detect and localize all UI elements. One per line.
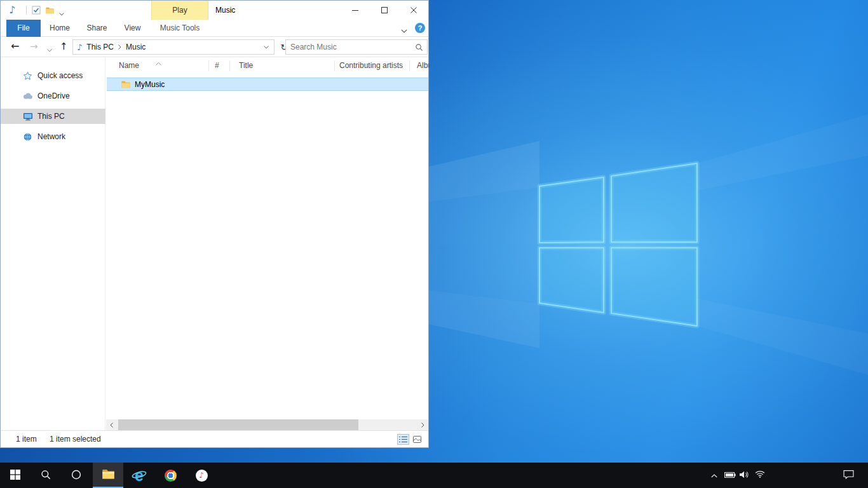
navigation-pane: Quick access OneDrive This PC xyxy=(1,57,105,430)
action-center-button[interactable] xyxy=(839,463,858,488)
chrome-icon xyxy=(165,470,177,482)
search-input[interactable] xyxy=(286,40,427,54)
maximize-button[interactable] xyxy=(370,1,399,20)
cortana-button[interactable] xyxy=(61,463,92,488)
window-body: Quick access OneDrive This PC xyxy=(1,57,428,430)
window-title: Music xyxy=(215,1,235,20)
up-button[interactable]: ↑ xyxy=(60,41,68,52)
item-count-label: 1 item xyxy=(16,431,37,447)
action-center-icon xyxy=(843,470,854,481)
sidebar-item-this-pc[interactable]: This PC xyxy=(1,109,105,124)
column-header-name[interactable]: Name xyxy=(119,57,201,74)
column-header-album[interactable]: Album xyxy=(417,57,429,74)
address-bar[interactable]: ♪ This PC Music xyxy=(72,39,275,55)
column-divider[interactable] xyxy=(229,60,230,71)
ie-icon: e xyxy=(130,466,148,484)
taskbar-internet-explorer-button[interactable]: e xyxy=(124,463,154,488)
column-divider[interactable] xyxy=(208,60,209,71)
tab-view[interactable]: View xyxy=(118,20,147,37)
selection-count-label: 1 item selected xyxy=(50,431,101,447)
cloud-icon xyxy=(22,91,33,101)
window-controls xyxy=(341,1,428,20)
ribbon-collapse-chevron-icon[interactable] xyxy=(401,26,407,35)
sidebar-item-label: Quick access xyxy=(37,71,83,80)
scroll-left-arrow-icon[interactable] xyxy=(106,419,117,430)
sidebar-item-onedrive[interactable]: OneDrive xyxy=(1,88,105,104)
scrollbar-thumb[interactable] xyxy=(118,419,358,430)
network-icon xyxy=(22,132,33,142)
column-divider[interactable] xyxy=(409,60,410,71)
back-button[interactable]: ← xyxy=(11,40,19,52)
breadcrumb-this-pc[interactable]: This PC xyxy=(86,43,114,51)
file-row-mymusic[interactable]: MyMusic xyxy=(107,78,428,91)
details-view-button[interactable] xyxy=(397,434,409,445)
search-icon xyxy=(41,470,51,482)
help-button[interactable]: ? xyxy=(415,23,425,33)
taskbar-itunes-button[interactable]: ♪ xyxy=(186,463,217,488)
cortana-circle-icon xyxy=(71,470,81,482)
sidebar-item-label: Network xyxy=(37,132,65,141)
battery-icon xyxy=(724,471,736,480)
music-note-app-icon: ♪ xyxy=(9,4,15,17)
check-icon[interactable] xyxy=(32,6,41,17)
large-icons-view-button[interactable] xyxy=(411,434,423,445)
contextual-group-music-tools[interactable]: Music Tools xyxy=(151,20,208,37)
horizontal-scrollbar[interactable] xyxy=(106,419,428,430)
taskbar: e ♪ xyxy=(0,463,868,488)
column-header-title[interactable]: Title xyxy=(239,57,328,74)
show-hidden-icons-button[interactable] xyxy=(707,463,722,488)
column-divider[interactable] xyxy=(334,60,335,71)
tab-share[interactable]: Share xyxy=(82,20,112,37)
minimize-button[interactable] xyxy=(341,1,370,20)
file-name-label: MyMusic xyxy=(135,80,165,89)
chevron-up-icon xyxy=(711,471,717,480)
taskbar-search-button[interactable] xyxy=(31,463,61,488)
explorer-window: ♪ Play Music xyxy=(0,0,429,448)
sidebar-item-label: OneDrive xyxy=(37,92,70,100)
sidebar-item-label: This PC xyxy=(37,112,65,121)
qat-separator xyxy=(26,6,27,15)
taskbar-file-explorer-button[interactable] xyxy=(93,463,123,488)
sidebar-item-network[interactable]: Network xyxy=(1,129,105,144)
status-bar: 1 item 1 item selected xyxy=(1,430,428,447)
title-bar[interactable]: ♪ Play Music xyxy=(1,1,428,20)
computer-icon xyxy=(22,111,33,121)
windows-logo-icon xyxy=(10,470,20,482)
volume-tray-button[interactable] xyxy=(737,463,751,488)
recent-locations-chevron-icon[interactable] xyxy=(47,45,52,54)
ribbon-tab-row: File Home Share View Music Tools ? xyxy=(1,20,428,37)
search-box xyxy=(285,39,428,55)
taskbar-chrome-button[interactable] xyxy=(155,463,186,488)
close-button[interactable] xyxy=(399,1,428,20)
scroll-right-arrow-icon[interactable] xyxy=(417,419,428,430)
wifi-icon xyxy=(755,470,765,480)
music-note-icon: ♪ xyxy=(77,43,82,52)
music-note-icon: ♪ xyxy=(196,470,208,482)
tab-file[interactable]: File xyxy=(6,20,41,37)
qat-dropdown-chevron[interactable] xyxy=(59,9,64,18)
speaker-icon xyxy=(739,471,749,480)
address-dropdown-chevron-icon[interactable] xyxy=(264,46,269,49)
tab-home[interactable]: Home xyxy=(45,20,74,37)
breadcrumb-music[interactable]: Music xyxy=(126,43,146,51)
breadcrumb-chevron-icon[interactable] xyxy=(118,44,121,50)
file-list-area[interactable]: Name # Title Contributing artists Album … xyxy=(106,57,428,430)
column-header-number[interactable]: # xyxy=(215,57,227,74)
start-button[interactable] xyxy=(0,463,31,488)
network-tray-button[interactable] xyxy=(752,463,768,488)
screen: ♪ Play Music xyxy=(0,0,868,488)
folder-icon xyxy=(121,79,131,89)
forward-button[interactable]: → xyxy=(30,41,38,52)
folder-icon[interactable] xyxy=(45,6,55,17)
sidebar-item-quick-access[interactable]: Quick access xyxy=(1,68,105,83)
column-header-contributing-artists[interactable]: Contributing artists xyxy=(339,57,408,74)
search-icon[interactable] xyxy=(415,43,423,53)
navigation-row: ← → ↑ ♪ This PC Music ↻ xyxy=(1,37,428,57)
folder-icon xyxy=(101,467,116,482)
contextual-tab-play[interactable]: Play xyxy=(151,1,208,20)
star-icon xyxy=(22,71,33,81)
battery-tray-button[interactable] xyxy=(722,463,738,488)
